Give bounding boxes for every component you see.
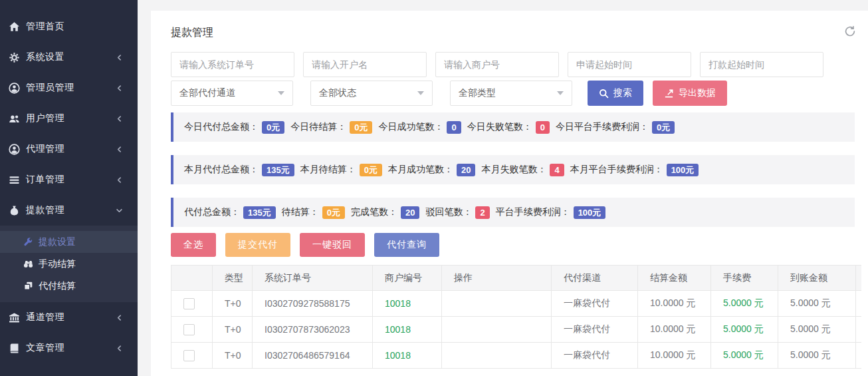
main-content: 提款管理 全部代付通道 全部状态 <box>138 0 868 376</box>
stat-label: 今日平台手续费利润： <box>556 121 649 133</box>
search-button[interactable]: 搜索 <box>588 81 643 106</box>
row-checkbox[interactable] <box>183 350 195 361</box>
reject-all-button[interactable]: 一键驳回 <box>300 233 365 257</box>
cell-arrival-amount: 5.0000 元 <box>778 291 856 317</box>
cell-settle-amount: 10.0000 元 <box>638 343 711 369</box>
sidebar-item-label: 管理员管理 <box>26 82 116 94</box>
header-settle-amount: 结算金额 <box>638 266 711 291</box>
app-window: 管理首页 系统设置 管理员管理 用户管理 代理管理 订单管理 <box>0 0 868 376</box>
export-data-button[interactable]: 导出数据 <box>653 81 727 106</box>
chevron-left-icon <box>116 314 123 321</box>
stat-badge: 2 <box>475 206 489 219</box>
row-checkbox[interactable] <box>183 324 195 335</box>
stat-pair: 本月代付总金额： 135元 <box>184 164 294 176</box>
row-checkbox[interactable] <box>183 298 195 309</box>
stat-label: 今日成功笔数： <box>378 121 443 133</box>
account-name-input[interactable] <box>303 52 427 77</box>
wrench-icon <box>23 237 33 247</box>
stat-label: 本月失败笔数： <box>481 164 546 176</box>
stat-badge: 0元 <box>652 121 675 134</box>
order-no-input[interactable] <box>171 52 294 77</box>
stat-label: 今日待结算： <box>290 121 346 133</box>
user-circle-icon <box>9 144 20 155</box>
sidebar-item-dashboard[interactable]: 管理首页 <box>0 11 138 42</box>
sidebar-item-user-management[interactable]: 用户管理 <box>0 103 138 134</box>
payment-query-button[interactable]: 代付查询 <box>374 233 439 257</box>
stat-label: 本月成功笔数： <box>388 164 453 176</box>
cell-fee: 5.0000 元 <box>711 291 778 317</box>
select-value: 全部代付通道 <box>179 87 235 99</box>
header-channel: 代付渠道 <box>552 266 638 291</box>
stat-pair: 平台手续费利润： 100元 <box>496 206 606 219</box>
search-icon <box>599 89 609 98</box>
sidebar-item-agent-management[interactable]: 代理管理 <box>0 134 138 164</box>
submit-payment-button[interactable]: 提交代付 <box>225 233 290 257</box>
sidebar-item-withdraw-management[interactable]: 提款管理 <box>0 195 138 226</box>
sidebar-item-order-management[interactable]: 订单管理 <box>0 164 138 195</box>
cell-merchant-id: 10018 <box>373 291 442 317</box>
sidebar-item-article-management[interactable]: 文章管理 <box>0 333 138 363</box>
cell-settle-amount: 10.0000 元 <box>638 291 711 317</box>
stat-badge: 135元 <box>243 206 276 219</box>
merchant-no-input[interactable] <box>435 52 559 77</box>
table-row: T+0 I0302706486579164 10018 一麻袋代付 10.000… <box>171 343 862 369</box>
sidebar-subitem-payment-settlement[interactable]: 代付结算 <box>0 275 138 297</box>
content-card: 提款管理 全部代付通道 全部状态 <box>151 11 868 376</box>
caret-down-icon <box>417 91 424 95</box>
stat-label: 今日代付总金额： <box>184 121 259 133</box>
cell-type: T+0 <box>213 291 253 317</box>
export-button-label: 导出数据 <box>679 87 716 99</box>
stats-bar-month: 本月代付总金额： 135元 本月待结算： 0元 本月成功笔数： 20 本月失败笔… <box>171 155 855 184</box>
cell-channel: 一麻袋代付 <box>552 291 638 317</box>
caret-down-icon <box>278 91 284 95</box>
status-select[interactable]: 全部状态 <box>310 81 433 106</box>
chevron-left-icon <box>116 115 123 122</box>
user-circle-icon <box>9 83 20 94</box>
stat-badge: 4 <box>550 164 564 176</box>
cell-order-no: I0302707873062023 <box>253 317 373 343</box>
sidebar-subitem-manual-settlement[interactable]: 手动结算 <box>0 253 138 275</box>
payment-channel-select[interactable]: 全部代付通道 <box>171 81 293 106</box>
sidebar-item-label: 通道管理 <box>26 311 116 323</box>
stat-badge: 135元 <box>262 164 294 176</box>
apply-start-time-input[interactable] <box>568 52 691 77</box>
sidebar-item-admin-management[interactable]: 管理员管理 <box>0 73 138 103</box>
pay-start-time-input[interactable] <box>700 52 823 77</box>
header-action: 操作 <box>442 266 552 291</box>
stat-label: 本月待结算： <box>300 164 356 176</box>
cell-channel: 一麻袋代付 <box>552 343 638 369</box>
sidebar-item-label: 代理管理 <box>26 143 116 155</box>
binoculars-icon <box>23 259 33 269</box>
refresh-icon[interactable] <box>844 25 856 37</box>
stat-badge: 20 <box>401 206 419 219</box>
sidebar-subitem-label: 手动结算 <box>39 258 76 270</box>
header-checkbox-col <box>171 266 213 291</box>
stat-label: 完成笔数： <box>351 206 397 218</box>
cell-checkbox <box>171 343 213 369</box>
type-select[interactable]: 全部类型 <box>450 81 572 106</box>
sidebar-item-truncated[interactable] <box>0 363 138 376</box>
sidebar-item-system-settings[interactable]: 系统设置 <box>0 42 138 73</box>
sidebar-item-label: 系统设置 <box>26 51 116 63</box>
sidebar-subitem-withdraw-settings[interactable]: 提款设置 <box>0 231 138 253</box>
page-title: 提款管理 <box>171 25 868 40</box>
stat-badge: 100元 <box>574 206 606 219</box>
stat-pair: 本月待结算： 0元 <box>300 164 382 176</box>
chevron-left-icon <box>116 176 123 184</box>
sidebar: 管理首页 系统设置 管理员管理 用户管理 代理管理 订单管理 <box>0 0 138 376</box>
withdrawals-table: 类型 系统订单号 商户编号 操作 代付渠道 结算金额 手续费 到账金额 <box>171 265 861 369</box>
header-type: 类型 <box>213 266 253 291</box>
money-bag-icon <box>9 205 20 216</box>
cell-action <box>442 343 552 369</box>
stat-badge: 100元 <box>667 164 699 176</box>
cell-arrival-amount: 5.0000 元 <box>778 343 856 369</box>
select-all-button[interactable]: 全选 <box>171 233 216 257</box>
chevron-left-icon <box>116 85 123 92</box>
cell-checkbox <box>171 291 213 317</box>
export-icon <box>664 89 674 98</box>
sidebar-item-channel-management[interactable]: 通道管理 <box>0 302 138 333</box>
stat-badge: 20 <box>457 164 475 176</box>
stat-pair: 完成笔数： 20 <box>351 206 419 219</box>
book-icon <box>9 343 20 354</box>
stat-label: 本月代付总金额： <box>184 164 259 176</box>
